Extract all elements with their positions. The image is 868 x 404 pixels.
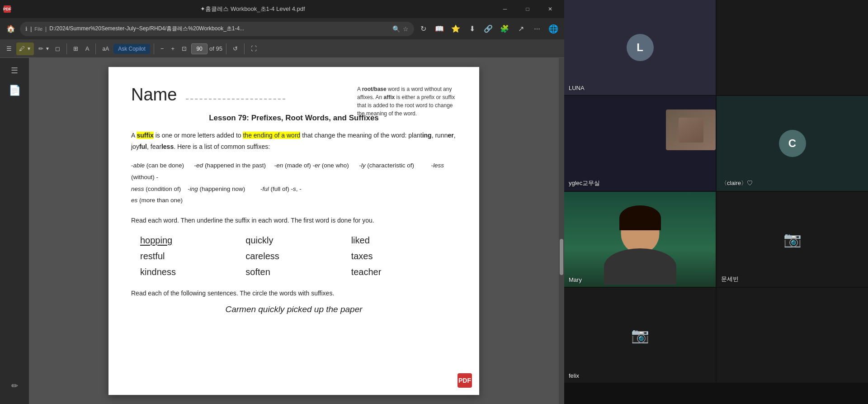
home-button[interactable]: 🏠 <box>4 22 18 36</box>
separator-4 <box>226 43 226 54</box>
browser-toolbar: 🏠 ℹ | File | D:/2024/Summer%20Semester-J… <box>0 18 564 40</box>
munsebin-name: 문세빈 <box>721 275 739 283</box>
participant-cell-luna[interactable]: L LUNA <box>564 0 716 95</box>
eraser-button[interactable]: ◻ <box>52 43 63 55</box>
separator-1 <box>66 43 67 54</box>
rotate-button[interactable]: ↺ <box>230 43 241 55</box>
participant-cell-yglec[interactable]: yglec교무실 <box>564 96 716 191</box>
page-input[interactable] <box>191 43 208 54</box>
right-panel: L LUNA yglec교무실 C 〈claire〉♡ <box>564 0 868 404</box>
pdf-page: A root/base word is a word without any a… <box>108 67 479 395</box>
word-restful-text: restful <box>140 251 165 261</box>
word-soften-text: soften <box>245 267 270 277</box>
draw-dropdown-icon[interactable]: ▼ <box>45 46 50 51</box>
reader-mode-icon[interactable]: 📖 <box>432 22 447 36</box>
definition-box: A root/base word is a word without any a… <box>357 85 457 118</box>
address-bar[interactable]: ℹ | File | D:/2024/Summer%20Semester-Jul… <box>20 22 414 36</box>
participant-cell-claire[interactable]: C 〈claire〉♡ <box>717 96 868 191</box>
favorites-icon[interactable]: ⭐ <box>448 22 463 36</box>
close-button[interactable]: ✕ <box>540 2 561 16</box>
video-grid: L LUNA yglec교무실 C 〈claire〉♡ <box>564 0 868 404</box>
collections-icon[interactable]: 🔗 <box>481 22 495 36</box>
name-label: Name <box>131 85 177 105</box>
highlight-button[interactable]: 🖊 ▼ <box>16 43 34 55</box>
pdf-bottom-icon: PDF <box>458 373 472 388</box>
participant-cell-felix[interactable]: 📷 felix <box>564 288 716 383</box>
participant-cell-munsebin[interactable]: 📷 문세빈 <box>717 192 868 287</box>
zoom-out-button[interactable]: − <box>158 43 167 55</box>
pdf-viewer-container: ☰ 📄 ✏ A root/base word is a word without… <box>0 58 564 404</box>
scrollbar-thumb[interactable] <box>560 239 563 275</box>
refresh-icon[interactable]: ↻ <box>416 22 430 36</box>
share-icon[interactable]: ↗ <box>514 22 528 36</box>
ending-highlight: the ending of a word <box>243 132 300 139</box>
download-icon[interactable]: ⬇ <box>465 22 479 36</box>
instruction-2-text: Read each of the following sentences. Th… <box>131 290 334 297</box>
word-quickly: quickly <box>245 235 351 246</box>
draw-icon: ✏ <box>38 45 43 52</box>
extension-icon[interactable]: 🧩 <box>497 22 512 36</box>
sidebar-toggle-button[interactable]: ☰ <box>4 43 14 55</box>
fit-page-button[interactable]: ⊡ <box>179 43 189 55</box>
bookmark-icon[interactable]: ☆ <box>403 25 409 33</box>
edge-icon[interactable]: 🌐 <box>546 22 561 36</box>
page-total: of 95 <box>209 45 222 52</box>
maximize-button[interactable]: □ <box>517 2 538 16</box>
empty-cell-2 <box>717 288 868 383</box>
highlight-icon: 🖊 <box>19 45 25 52</box>
luna-name: LUNA <box>569 85 585 91</box>
title-bar: PDF ✦홈클레스 Workbook_초1-4 Level 4.pdf ─ □ … <box>0 0 564 18</box>
sidebar-panel-toggle[interactable]: ☰ <box>5 62 24 80</box>
empty-cell-1 <box>717 0 868 95</box>
word-liked: liked <box>351 235 457 246</box>
definition-text: A root/base word is a word without any a… <box>357 86 455 117</box>
search-icon[interactable]: 🔍 <box>392 25 400 33</box>
word-careless: careless <box>245 251 351 261</box>
suffix-highlight: suffix <box>137 132 153 139</box>
fullscreen-button[interactable]: ⛶ <box>248 43 259 55</box>
pdf-app-icon[interactable]: 📄 <box>5 81 24 100</box>
separator-5 <box>244 43 245 54</box>
word-taxes: taxes <box>351 251 457 261</box>
window-controls: ─ □ ✕ <box>495 2 561 16</box>
text-mode-button[interactable]: A <box>83 43 92 55</box>
word-taxes-text: taxes <box>351 251 373 261</box>
suffix-row-2: ness (condition of) -ing (happening now)… <box>131 183 457 195</box>
highlight-dropdown-icon[interactable]: ▼ <box>27 46 31 51</box>
yglec-thumbnail <box>666 109 716 150</box>
text-size-button[interactable]: aA <box>99 43 112 55</box>
pdf-toolbar: ☰ 🖊 ▼ ✏ ▼ ◻ ⊞ A aA Ask Copilot − + ⊡ of … <box>0 40 564 58</box>
mary-name: Mary <box>569 276 582 283</box>
minimize-button[interactable]: ─ <box>495 2 515 16</box>
mary-video <box>564 192 716 287</box>
pen-tool-icon[interactable]: ✏ <box>5 377 24 395</box>
felix-name: felix <box>569 372 579 379</box>
claire-avatar: C <box>779 130 806 157</box>
yglec-name: yglec교무실 <box>569 179 600 187</box>
instruction-2: Read each of the following sentences. Th… <box>131 288 457 299</box>
left-sidebar: ☰ 📄 ✏ <box>0 58 29 404</box>
pdf-content-area[interactable]: A root/base word is a word without any a… <box>29 58 559 404</box>
ask-copilot-button[interactable]: Ask Copilot <box>113 44 150 54</box>
camera-off-icon-felix: 📷 <box>631 327 649 344</box>
suffix-list: -able (can be done) -ed (happened in the… <box>131 160 457 206</box>
page-navigation: of 95 <box>191 43 222 54</box>
separator-3 <box>154 43 154 54</box>
more-icon[interactable]: ··· <box>530 22 544 36</box>
layout-button[interactable]: ⊞ <box>71 43 81 55</box>
pdf-scrollbar[interactable] <box>559 58 564 404</box>
word-kindness: kindness <box>140 267 245 277</box>
name-line <box>186 90 285 100</box>
pdf-icon: PDF <box>4 5 11 13</box>
zoom-in-button[interactable]: + <box>168 43 177 55</box>
word-liked-text: liked <box>351 235 370 245</box>
words-grid: hopping quickly liked restful careless t… <box>131 235 457 277</box>
word-teacher-text: teacher <box>351 267 382 277</box>
word-hopping: hopping <box>140 235 245 246</box>
suffix-intro: A suffix is one or more letters added to… <box>131 130 457 152</box>
participant-cell-mary[interactable]: Mary <box>564 192 716 287</box>
separator-2 <box>95 43 96 54</box>
word-kindness-text: kindness <box>140 267 176 277</box>
window-title: ✦홈클레스 Workbook_초1-4 Level 4.pdf <box>14 5 491 13</box>
draw-button[interactable]: ✏ ▼ <box>36 43 51 55</box>
